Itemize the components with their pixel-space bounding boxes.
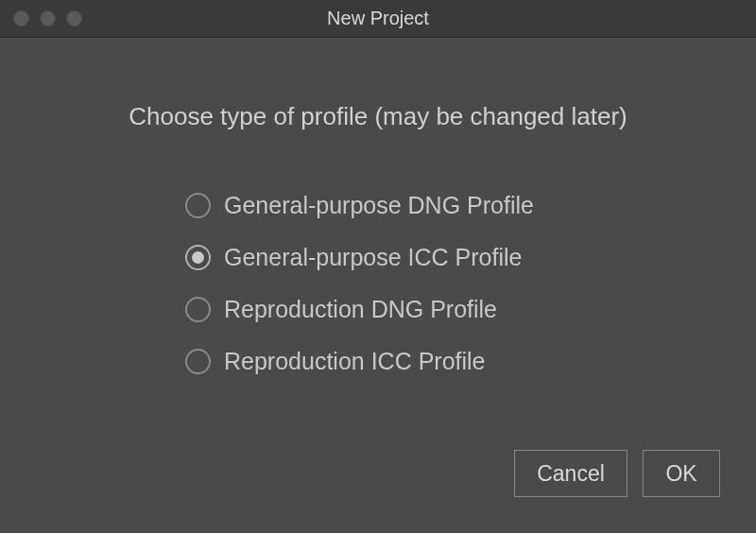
dialog-heading: Choose type of profile (may be changed l… (47, 102, 709, 131)
profile-type-radio-group: General-purpose DNG Profile General-purp… (47, 192, 709, 375)
window-title: New Project (0, 8, 756, 29)
radio-option-general-icc[interactable]: General-purpose ICC Profile (185, 244, 709, 271)
radio-icon (185, 297, 211, 322)
close-icon[interactable] (13, 10, 29, 26)
radio-dot-icon (192, 251, 204, 264)
radio-label: Reproduction ICC Profile (224, 348, 486, 375)
cancel-button[interactable]: Cancel (514, 450, 627, 497)
dialog-content: Choose type of profile (may be changed l… (0, 38, 756, 450)
ok-button[interactable]: OK (643, 450, 720, 497)
dialog-button-bar: Cancel OK (0, 450, 756, 533)
radio-icon (185, 245, 211, 270)
radio-option-reproduction-icc[interactable]: Reproduction ICC Profile (185, 348, 709, 375)
radio-label: Reproduction DNG Profile (224, 296, 497, 323)
radio-label: General-purpose ICC Profile (224, 244, 522, 271)
maximize-icon[interactable] (66, 10, 82, 26)
radio-option-reproduction-dng[interactable]: Reproduction DNG Profile (185, 296, 709, 323)
minimize-icon[interactable] (40, 10, 56, 26)
radio-label: General-purpose DNG Profile (224, 192, 534, 219)
dialog-window: New Project Choose type of profile (may … (0, 0, 756, 533)
radio-option-general-dng[interactable]: General-purpose DNG Profile (185, 192, 709, 219)
radio-icon (185, 349, 211, 374)
titlebar: New Project (0, 0, 756, 38)
radio-icon (185, 193, 211, 218)
traffic-lights (0, 10, 82, 26)
